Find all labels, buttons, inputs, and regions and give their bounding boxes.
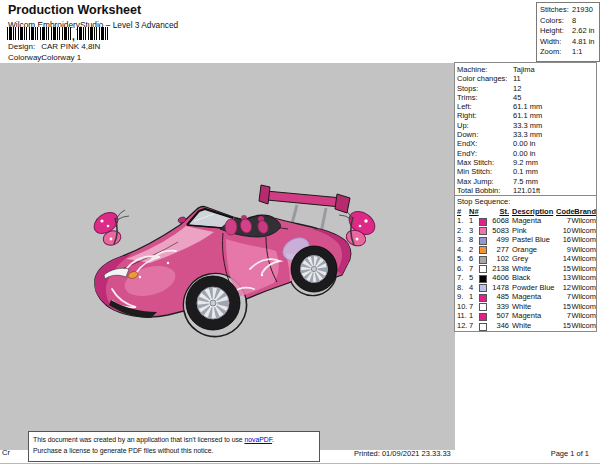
stop-sequence-row: 3. 8 499 Pastel Blue 16 Wilcom — [455, 235, 596, 245]
row-brand: Wilcom — [571, 292, 596, 302]
row-description: Pastel Blue — [509, 235, 556, 245]
row-brand: Wilcom — [571, 273, 596, 283]
page-title: Production Worksheet — [8, 3, 141, 17]
design-name-row: Design: CAR PINK 4,8IN — [8, 42, 100, 51]
row-description: White — [509, 302, 556, 312]
row-number: 8. — [457, 283, 469, 293]
row-needle: 8 — [469, 235, 479, 245]
stop-sequence-row: 2. 3 5083 Pink 10 Wilcom — [455, 226, 596, 236]
info-row: Min Stitch: 0.1 mm — [455, 167, 596, 176]
info-label: Up: — [457, 121, 513, 130]
info-value: 61.1 mm — [513, 102, 542, 111]
novapdf-link[interactable]: novaPDF — [245, 436, 273, 443]
info-value: 4.81 in — [572, 37, 595, 48]
row-needle: 1 — [469, 292, 479, 302]
row-description: Orange — [509, 245, 556, 255]
row-stitch-count: 6068 — [488, 216, 509, 226]
info-label: Color changes: — [457, 74, 513, 83]
thread-color-swatch — [479, 313, 487, 321]
row-stitch-count: 4606 — [488, 273, 509, 283]
info-value: 0.00 in — [513, 139, 536, 148]
row-code: 7 — [556, 216, 571, 226]
row-needle: 7 — [469, 264, 479, 274]
info-label: Max Jump: — [457, 177, 513, 186]
row-code: 13 — [556, 273, 571, 283]
info-row: Max Stitch: 9.2 mm — [455, 158, 596, 167]
row-brand: Wilcom — [571, 283, 596, 293]
row-number: 9. — [457, 292, 469, 302]
row-stitch-count: 346 — [488, 321, 509, 331]
stop-sequence-row: 9. 1 485 Magenta 7 Wilcom — [455, 292, 596, 302]
info-value: 11 — [513, 74, 521, 83]
info-value: Tajima — [513, 65, 535, 74]
machine-info-panel: Machine: Tajima Color changes: 11 Stops:… — [454, 62, 597, 332]
colorway-value: Colorway 1 — [41, 53, 81, 62]
row-stitch-count: 507 — [488, 311, 509, 321]
info-row: Zoom: 1:1 — [540, 47, 599, 58]
thread-color-swatch — [479, 303, 487, 311]
info-value: 45 — [513, 93, 521, 102]
info-row: Total Bobbin: 121.01ft — [455, 186, 596, 195]
row-description: White — [509, 321, 556, 331]
barcode-bars-left — [7, 27, 71, 40]
row-number: 11. — [457, 311, 469, 321]
stop-sequence-body: 1. 1 6068 Magenta 7 Wilcom 2. 3 5083 Pin… — [455, 216, 596, 331]
row-number: 5. — [457, 254, 469, 264]
thread-color-swatch — [479, 323, 487, 331]
info-value: 121.01ft — [513, 186, 540, 195]
row-stitch-count: 277 — [488, 245, 509, 255]
stop-sequence-row: 4. 2 277 Orange 9 Wilcom — [455, 245, 596, 255]
info-label: Colors: — [540, 16, 572, 27]
info-row: Color changes: 11 — [455, 74, 596, 83]
info-row: Trims: 45 — [455, 93, 596, 102]
printed-timestamp: Printed: 01/09/2021 23.33.33 — [354, 449, 451, 458]
info-row: Right: 61.1 mm — [455, 111, 596, 120]
info-row: Max Jump: 7.5 mm — [455, 177, 596, 186]
row-code: 7 — [556, 311, 571, 321]
left-butterfly-motif — [90, 208, 129, 247]
row-code: 15 — [556, 264, 571, 274]
info-value: 33.3 mm — [513, 130, 542, 139]
info-value: 9.2 mm — [513, 158, 538, 167]
row-code: 15 — [556, 302, 571, 312]
row-code: 14 — [556, 254, 571, 264]
stop-sequence-row: 10. 7 339 White 15 Wilcom — [455, 302, 596, 312]
row-number: 3. — [457, 235, 469, 245]
production-worksheet-page: Production Worksheet Wilcom EmbroiderySt… — [0, 0, 600, 464]
info-value: 12 — [513, 84, 521, 93]
row-needle: 1 — [469, 311, 479, 321]
row-number: 7. — [457, 273, 469, 283]
row-code: 12 — [556, 283, 571, 293]
row-brand: Wilcom — [571, 264, 596, 274]
stop-sequence-header: # N# St. Description Code Brand — [455, 207, 596, 216]
col-stitches: St. — [479, 207, 509, 216]
thread-color-swatch — [479, 237, 487, 245]
info-value: 61.1 mm — [513, 111, 542, 120]
row-stitch-count: 2138 — [488, 264, 509, 274]
info-row: Machine: Tajima — [455, 65, 596, 74]
info-label: Zoom: — [540, 47, 572, 58]
thread-color-swatch — [479, 275, 487, 283]
thread-color-swatch — [479, 227, 487, 235]
row-number: 12. — [457, 321, 469, 331]
row-stitch-count: 5083 — [488, 226, 509, 236]
row-description: Magenta — [509, 216, 556, 226]
info-row: Stops: 12 — [455, 84, 596, 93]
thread-color-swatch — [479, 265, 487, 273]
stop-sequence-row: 5. 6 102 Grey 14 Wilcom — [455, 254, 596, 264]
stop-sequence-row: 1. 1 6068 Magenta 7 Wilcom — [455, 216, 596, 226]
stop-sequence-row: 7. 5 4606 Black 13 Wilcom — [455, 273, 596, 283]
barcode-comma: , — [72, 34, 75, 40]
info-label: Left: — [457, 102, 513, 111]
info-row: Width: 4.81 in — [540, 37, 599, 48]
col-number: # — [457, 207, 469, 216]
row-number: 10. — [457, 302, 469, 312]
row-needle: 7 — [469, 302, 479, 312]
row-brand: Wilcom — [571, 311, 596, 321]
info-row: Stitches: 21930 — [540, 5, 599, 16]
col-needle: N# — [469, 207, 479, 216]
row-code: 7 — [556, 292, 571, 302]
row-description: White — [509, 264, 556, 274]
stop-sequence-row: 8. 4 1478 Powder Blue 12 Wilcom — [455, 283, 596, 293]
notice-line1-period: . — [272, 436, 274, 443]
